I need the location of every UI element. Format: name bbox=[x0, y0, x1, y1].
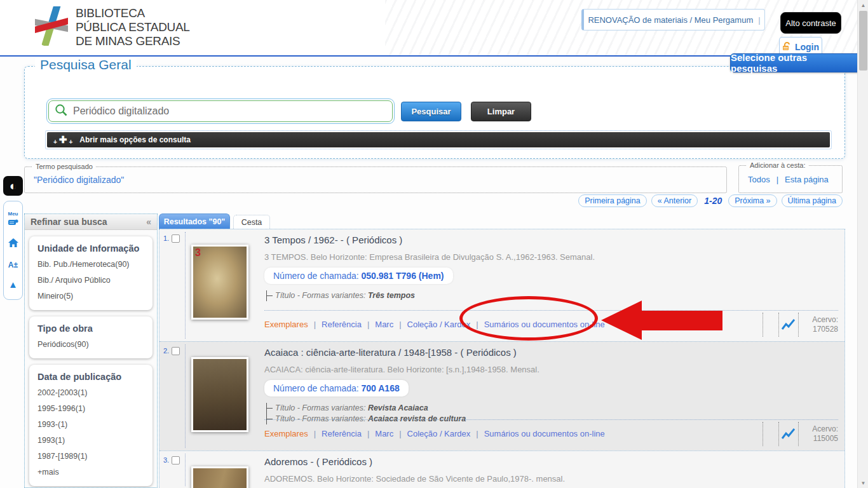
refine-filter-link[interactable]: Periódicos(90) bbox=[37, 337, 144, 353]
result-cover-image[interactable] bbox=[191, 466, 248, 488]
basket-page-link[interactable]: Esta página bbox=[785, 175, 829, 184]
scrollbar-down-arrow[interactable]: ▼ bbox=[858, 478, 868, 488]
search-button[interactable]: Pesquisar bbox=[401, 102, 461, 121]
padlock-icon bbox=[782, 42, 792, 53]
result-checkbox[interactable] bbox=[172, 234, 180, 243]
scroll-top-icon: ▲ bbox=[8, 279, 18, 290]
variant-value: Três tempos bbox=[368, 291, 415, 300]
refine-filter-link[interactable]: 1993(1) bbox=[37, 433, 144, 449]
tab-cesta[interactable]: Cesta bbox=[233, 215, 270, 229]
pipe-separator: | bbox=[367, 320, 369, 329]
refine-group-unidade: Unidade de Informação Bib. Pub./Hemerote… bbox=[29, 236, 153, 310]
result-cover-image[interactable] bbox=[191, 245, 248, 320]
header: BIBLIOTECA PÚBLICA ESTADUAL DE MINAS GER… bbox=[0, 0, 868, 57]
result-description: ADOREMOS. Belo Horizonte: Sociedade de S… bbox=[264, 474, 838, 484]
exemplares-link[interactable]: Exemplares bbox=[264, 429, 308, 438]
pagination: Primeira página « Anterior 1-20 Próxima … bbox=[578, 194, 843, 207]
red-circle-annotation bbox=[459, 296, 598, 341]
refine-filter-link[interactable]: 1987-[1989(1) bbox=[37, 449, 144, 464]
refine-filter-link[interactable]: 1995-1996(1) bbox=[37, 401, 144, 417]
refine-filter-link[interactable]: 1993-(1) bbox=[37, 417, 144, 433]
pergamum-catalog-page: BIBLIOTECA PÚBLICA ESTADUAL DE MINAS GER… bbox=[0, 0, 868, 488]
font-size-button[interactable]: A± bbox=[8, 261, 18, 269]
result-title-link[interactable]: Adoremos - ( Periódicos ) bbox=[264, 456, 838, 467]
pipe-separator: | bbox=[758, 15, 760, 25]
exemplares-link[interactable]: Exemplares bbox=[264, 320, 308, 329]
alto-contraste-button[interactable]: Alto contraste bbox=[780, 12, 841, 34]
first-page-button[interactable]: Primeira página bbox=[578, 194, 647, 207]
last-page-button[interactable]: Última página bbox=[782, 194, 843, 207]
result-row: 1. 3 Tempos / 1962- - ( Periódicos ) 3 T… bbox=[159, 229, 844, 341]
meu-pergamum-button[interactable]: Meu bbox=[8, 211, 18, 228]
home-icon bbox=[8, 238, 19, 250]
refine-header: Refinar sua busca « bbox=[25, 214, 157, 230]
call-number-box: Número de chamada: 050.981 T796 (Hem) bbox=[264, 268, 453, 284]
plus-icon: ✚ bbox=[59, 134, 67, 146]
prev-page-button[interactable]: « Anterior bbox=[651, 194, 698, 207]
pipe-separator: | bbox=[399, 320, 401, 329]
scrollbar-up-arrow[interactable]: ▲ bbox=[858, 0, 868, 10]
referencia-link[interactable]: Referência bbox=[322, 320, 362, 329]
tab-resultados-label: Resultados "90" bbox=[164, 217, 226, 226]
scrollbar-thumb[interactable] bbox=[859, 11, 867, 71]
result-number: 3. bbox=[163, 456, 169, 464]
plus-icon: + bbox=[53, 139, 57, 146]
refine-group-data: Data de publicação 2002-[2003(1) 1995-19… bbox=[29, 365, 153, 486]
pipe-separator: | bbox=[314, 429, 316, 438]
collapse-icon[interactable]: « bbox=[146, 217, 151, 227]
search-input[interactable] bbox=[73, 105, 392, 117]
refine-title: Refinar sua busca bbox=[31, 217, 107, 227]
basket-all-link[interactable]: Todos bbox=[748, 175, 770, 184]
result-actions-bar: Exemplares | Referência | Marc | Coleção… bbox=[264, 419, 838, 447]
result-cover-image[interactable] bbox=[191, 357, 248, 432]
searched-term-box: Termo pesquisado "Periódico digitalizado… bbox=[24, 166, 727, 193]
acervo-id: Acervo: 115005 bbox=[799, 424, 838, 444]
results-tabs: Resultados "90" Cesta bbox=[159, 214, 270, 229]
library-logo[interactable]: BIBLIOTECA PÚBLICA ESTADUAL DE MINAS GER… bbox=[35, 6, 190, 48]
statistics-chart-icon[interactable] bbox=[779, 428, 798, 440]
marc-link[interactable]: Marc bbox=[375, 320, 393, 329]
sumarios-online-link[interactable]: Sumários ou documentos on-line bbox=[484, 429, 605, 438]
scroll-top-button[interactable]: ▲ bbox=[8, 279, 18, 290]
divider bbox=[763, 422, 763, 446]
search-icon bbox=[55, 104, 68, 119]
renovacao-label: RENOVAÇÃO de materiais / Meu Pergamum bbox=[588, 15, 753, 25]
refine-filter-link[interactable]: Bib. Pub./Hemeroteca(90) bbox=[37, 257, 144, 273]
call-number-value: 050.981 T796 (Hem) bbox=[362, 271, 444, 281]
page-range: 1-20 bbox=[702, 196, 724, 206]
renovacao-link[interactable]: RENOVAÇÃO de materiais / Meu Pergamum | bbox=[581, 9, 765, 30]
result-checkbox[interactable] bbox=[172, 456, 180, 464]
result-title-link[interactable]: Acaiaca : ciência-arte-literatura / 1948… bbox=[264, 347, 838, 358]
refine-sidebar: Refinar sua busca « Unidade de Informaçã… bbox=[24, 214, 158, 488]
refine-filter-link[interactable]: Bib./ Arquivo Público Mineiro(5) bbox=[37, 273, 144, 304]
refine-more-link[interactable]: +mais bbox=[37, 464, 144, 480]
contrast-toggle-button[interactable]: ◐ bbox=[3, 176, 23, 196]
marc-link[interactable]: Marc bbox=[375, 429, 393, 438]
pipe-separator: | bbox=[367, 429, 369, 438]
search-input-box bbox=[46, 98, 395, 124]
result-title-link[interactable]: 3 Tempos / 1962- - ( Periódicos ) bbox=[264, 234, 838, 245]
statistics-chart-icon[interactable] bbox=[779, 318, 798, 331]
tab-cesta-label: Cesta bbox=[241, 218, 262, 227]
pipe-separator: | bbox=[776, 175, 778, 184]
login-label: Login bbox=[795, 42, 819, 52]
next-page-button[interactable]: Próxima » bbox=[728, 194, 776, 207]
referencia-link[interactable]: Referência bbox=[322, 429, 362, 438]
refine-filter-link[interactable]: 2002-[2003(1) bbox=[37, 385, 144, 401]
scroll-up-icon: ▲ bbox=[861, 3, 866, 8]
result-description: ACAIACA: ciência-arte-literatura. Belo H… bbox=[264, 365, 838, 374]
acervo-value: 170528 bbox=[813, 325, 838, 334]
vertical-scrollbar: ▲ ▼ bbox=[857, 0, 868, 488]
clear-button[interactable]: Limpar bbox=[471, 102, 531, 121]
result-checkbox[interactable] bbox=[172, 347, 180, 355]
home-button[interactable] bbox=[8, 238, 19, 250]
refine-group-tipo: Tipo de obra Periódicos(90) bbox=[29, 316, 153, 358]
more-options-bar[interactable]: + ✚ + Abrir mais opções de consulta bbox=[45, 130, 832, 149]
tab-resultados[interactable]: Resultados "90" bbox=[159, 214, 230, 229]
colecao-kardex-link[interactable]: Coleção / Kardex bbox=[407, 429, 471, 438]
refine-group-title: Data de publicação bbox=[37, 372, 144, 382]
refine-group-title: Unidade de Informação bbox=[37, 243, 144, 254]
select-other-searches-button[interactable]: Selecione outras pesquisas ▼ bbox=[730, 53, 867, 72]
search-panel-title: Pesquisa Geral bbox=[35, 57, 137, 72]
refine-group-title: Tipo de obra bbox=[37, 323, 144, 334]
